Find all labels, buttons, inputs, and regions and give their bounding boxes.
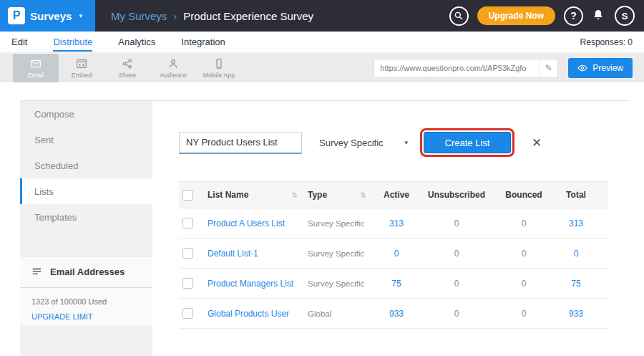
content-area: Compose Sent Scheduled Lists Templates E… (0, 82, 644, 356)
share-icon (122, 58, 133, 69)
email-usage-text: 1323 of 100000 Used (20, 288, 152, 308)
breadcrumb-current-survey: Product Experience Survey (183, 10, 313, 22)
list-type-cell: Survey Specific (308, 279, 376, 288)
sort-icon[interactable]: ⇅ (292, 191, 298, 199)
survey-nav: Edit Distribute Analytics Integration Re… (0, 32, 644, 53)
row-checkbox[interactable] (182, 278, 193, 289)
table-row: Product Managers List Survey Specific 75… (179, 269, 608, 299)
email-addresses-list-icon (31, 266, 42, 277)
survey-url-box: ✎ (374, 59, 558, 78)
email-addresses-section: Email Addresses 1323 of 100000 Used UPGR… (20, 256, 152, 325)
total-count-link[interactable]: 0 (551, 249, 601, 259)
bounced-count: 0 (497, 218, 551, 228)
table-row: Product A Users List Survey Specific 313… (179, 208, 608, 239)
bounced-count: 0 (497, 309, 551, 319)
select-all-checkbox[interactable] (182, 190, 193, 201)
list-name-input[interactable] (179, 132, 302, 154)
column-header-active: Active (376, 190, 416, 200)
toolbar-item-share[interactable]: Share (104, 54, 150, 82)
toolbar-item-label: Email (28, 72, 44, 79)
column-header-unsubscribed: Unsubscribed (416, 190, 497, 200)
toolbar-item-embed[interactable]: Embed (59, 54, 104, 82)
sidebar-item-compose[interactable]: Compose (20, 101, 152, 127)
create-list-form: Survey Specific ▾ Create List ✕ (179, 130, 610, 155)
embed-icon (76, 58, 87, 69)
sidebar-item-scheduled[interactable]: Scheduled (20, 153, 152, 178)
tab-analytics[interactable]: Analytics (118, 33, 155, 52)
breadcrumb: My Surveys › Product Experience Survey (111, 10, 313, 22)
unsubscribed-count: 0 (416, 309, 497, 319)
toolbar-right: ✎ Preview (374, 54, 644, 82)
total-count-link[interactable]: 313 (551, 218, 601, 228)
search-icon[interactable] (449, 6, 469, 26)
tab-integration[interactable]: Integration (181, 33, 225, 52)
active-count-link[interactable]: 75 (376, 279, 416, 289)
list-type-cell: Survey Specific (308, 249, 376, 258)
bounced-count: 0 (497, 279, 551, 289)
column-header-list-name[interactable]: List Name ⇅ (208, 190, 308, 200)
list-type-select[interactable]: Survey Specific ▾ (316, 133, 411, 153)
email-sidebar: Compose Sent Scheduled Lists Templates E… (20, 100, 152, 356)
edit-url-pencil-icon[interactable]: ✎ (539, 59, 557, 77)
row-checkbox[interactable] (182, 218, 193, 228)
survey-url-input[interactable] (374, 64, 539, 72)
user-avatar[interactable]: S (615, 6, 635, 26)
toolbar-item-label: Share (119, 72, 136, 79)
total-count-link[interactable]: 75 (551, 279, 601, 289)
table-row: Default List-1 Survey Specific 0 0 0 0 (179, 239, 608, 269)
list-name-link[interactable]: Product A Users List (208, 218, 285, 228)
questionpro-logo-icon: P (8, 7, 25, 24)
help-icon[interactable]: ? (564, 6, 583, 26)
table-header-row: List Name ⇅ Type ⇅ Active Unsubscribed B… (179, 181, 608, 208)
toolbar-item-mobile-app[interactable]: Mobile App (196, 54, 242, 82)
sidebar-item-sent[interactable]: Sent (20, 127, 152, 153)
breadcrumb-my-surveys[interactable]: My Surveys (111, 10, 167, 22)
toolbar-item-label: Mobile App (203, 72, 235, 79)
list-name-link[interactable]: Product Managers List (208, 279, 293, 289)
product-name: Surveys (30, 10, 72, 22)
total-count-link[interactable]: 933 (551, 309, 601, 319)
unsubscribed-count: 0 (416, 279, 497, 289)
responses-count[interactable]: Responses: 0 (580, 37, 633, 47)
row-checkbox[interactable] (182, 308, 193, 319)
product-switcher[interactable]: P Surveys ▾ (0, 0, 95, 32)
sidebar-item-templates[interactable]: Templates (20, 204, 152, 230)
active-count-link[interactable]: 313 (376, 218, 416, 228)
upgrade-limit-link[interactable]: UPGRADE LIMIT (20, 308, 152, 325)
active-count-link[interactable]: 0 (376, 249, 416, 259)
mobile-app-icon (213, 58, 225, 69)
upgrade-now-button[interactable]: Upgrade Now (477, 6, 555, 25)
table-row: Global Products User Global 933 0 0 933 (179, 299, 608, 329)
notifications-bell-icon[interactable] (592, 9, 606, 23)
tab-distribute[interactable]: Distribute (53, 33, 92, 52)
breadcrumb-separator-icon: › (173, 10, 177, 22)
sidebar-item-lists[interactable]: Lists (20, 178, 152, 204)
column-header-bounced: Bounced (497, 190, 551, 200)
chevron-down-icon: ▾ (404, 139, 408, 146)
toolbar-item-audience[interactable]: Audience (150, 54, 196, 82)
tab-edit[interactable]: Edit (11, 33, 27, 52)
preview-label: Preview (592, 63, 623, 73)
bounced-count: 0 (497, 249, 551, 259)
topbar: P Surveys ▾ My Surveys › Product Experie… (0, 0, 644, 32)
preview-button[interactable]: Preview (568, 58, 633, 78)
list-name-link[interactable]: Default List-1 (208, 249, 258, 259)
email-addresses-title: Email Addresses (50, 266, 125, 277)
audience-icon (167, 58, 179, 69)
toolbar-item-email[interactable]: Email (13, 54, 59, 82)
list-type-selected-value: Survey Specific (319, 138, 384, 148)
chevron-down-icon: ▾ (79, 12, 82, 19)
eye-icon (577, 63, 587, 73)
lists-table: List Name ⇅ Type ⇅ Active Unsubscribed B… (179, 181, 608, 329)
list-name-link[interactable]: Global Products User (208, 309, 289, 319)
list-type-cell: Global (308, 309, 376, 318)
row-checkbox[interactable] (182, 248, 193, 259)
column-header-type[interactable]: Type ⇅ (308, 190, 376, 200)
topbar-actions: Upgrade Now ? S (449, 6, 644, 26)
toolbar-item-label: Embed (72, 72, 92, 79)
create-list-button[interactable]: Create List (424, 132, 511, 153)
close-icon[interactable]: ✕ (532, 135, 542, 150)
active-count-link[interactable]: 933 (376, 309, 416, 319)
list-type-cell: Survey Specific (308, 219, 376, 228)
sort-icon[interactable]: ⇅ (361, 191, 366, 199)
